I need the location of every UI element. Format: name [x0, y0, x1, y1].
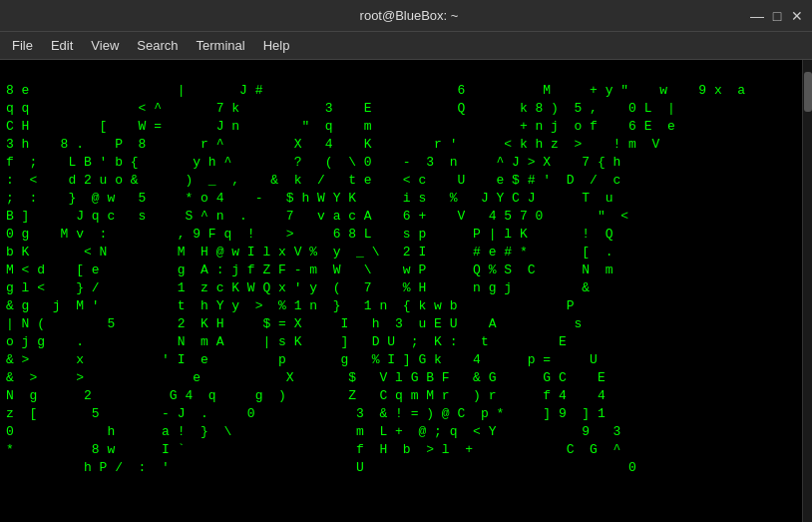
- terminal-line: C H [ W = J n " q m + n j o f 6 E e: [6, 118, 792, 136]
- titlebar-controls: — □ ✕: [750, 9, 804, 23]
- minimize-button[interactable]: —: [750, 9, 764, 23]
- titlebar-title: root@BlueBox: ~: [360, 8, 459, 23]
- terminal-line: h P / : ' U 0: [6, 459, 792, 477]
- terminal-line: f ; L B ' b { y h ^ ? ( \ 0 - 3 n ^ J > …: [6, 154, 792, 172]
- terminal-line: | N ( 5 2 K H $ = X I h 3 u E U A s: [6, 315, 792, 333]
- maximize-button[interactable]: □: [770, 9, 784, 23]
- scrollbar[interactable]: [802, 60, 812, 522]
- terminal-line: 3 h 8 . P 8 r ^ X 4 K r ' < k h z > ! m …: [6, 136, 792, 154]
- terminal-line: 0 h a ! } \ m L + @ ; q < Y 9 3: [6, 423, 792, 441]
- terminal-line: & > x ' I e p g % I ] G k 4 p = U: [6, 351, 792, 369]
- terminal-line: : < d 2 u o & ) _ , & k / t e < c U e $ …: [6, 172, 792, 190]
- terminal-line: 8 e | J # 6 M + y " w 9 x a: [6, 82, 792, 100]
- menu-item-view[interactable]: View: [83, 36, 127, 55]
- terminal-line: z [ 5 - J . 0 3 & ! = ) @ C p * ] 9 ] 1: [6, 405, 792, 423]
- terminal-line: N g 2 G 4 q g ) Z C q m M r ) r f 4 4: [6, 387, 792, 405]
- menu-item-help[interactable]: Help: [255, 36, 298, 55]
- terminal-line: q q < ^ 7 k 3 E Q k 8 ) 5 , 0 L |: [6, 100, 792, 118]
- terminal-line: * 8 w I ` f H b > l + C G ^: [6, 441, 792, 459]
- scrollbar-thumb[interactable]: [804, 72, 812, 112]
- terminal-line: M < d [ e g A : j f Z F - m W \ w P Q % …: [6, 261, 792, 279]
- menu-item-file[interactable]: File: [4, 36, 41, 55]
- terminal-line: & > > e X $ V l G B F & G G C E: [6, 369, 792, 387]
- terminal-line: B ] J q c s S ^ n . 7 v a c A 6 + V 4 5 …: [6, 208, 792, 226]
- terminal-line: 0 g M v : , 9 F q ! > 6 8 L s p P | l K …: [6, 226, 792, 244]
- terminal-line: b K < N M H @ w I l x V % y _ \ 2 I # e …: [6, 244, 792, 261]
- titlebar: root@BlueBox: ~ — □ ✕: [0, 0, 812, 32]
- terminal-line: o j g . N m A | s K ] D U ; K : t E: [6, 333, 792, 351]
- terminal-line: ; : } @ w 5 * o 4 - $ h W Y K i s % J Y …: [6, 190, 792, 208]
- terminal-line: g l < } / 1 z c K W Q x ' y ( 7 % H n g …: [6, 279, 792, 297]
- menu-item-terminal[interactable]: Terminal: [189, 36, 253, 55]
- menu-item-search[interactable]: Search: [129, 36, 186, 55]
- menu-item-edit[interactable]: Edit: [43, 36, 81, 55]
- terminal-line: & g j M ' t h Y y > % 1 n } 1 n { k w b …: [6, 297, 792, 315]
- close-button[interactable]: ✕: [790, 9, 804, 23]
- terminal[interactable]: 8 e | J # 6 M + y " w 9 x aq q < ^ 7 k 3…: [0, 60, 812, 522]
- menubar: FileEditViewSearchTerminalHelp: [0, 32, 812, 60]
